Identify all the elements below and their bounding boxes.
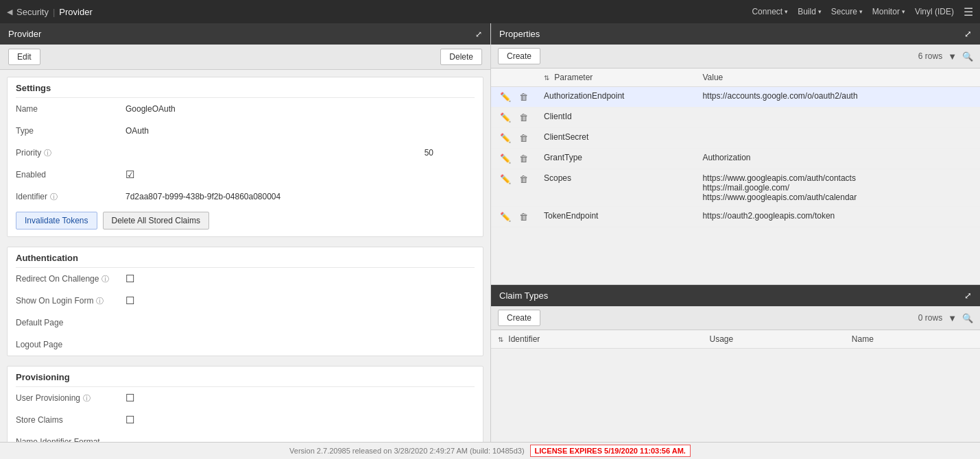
table-row[interactable]: ✏️ 🗑 GrantTypeAuthorization [491, 149, 980, 169]
field-identifier-label: Identifier ⓘ [16, 192, 126, 202]
value-cell [695, 128, 980, 149]
field-priority: Priority ⓘ 50 [8, 142, 483, 164]
provider-panel-title: Provider [8, 29, 41, 39]
invalidate-tokens-button[interactable]: Invalidate Tokens [16, 212, 97, 230]
claim-types-filter-icon[interactable]: ▼ [948, 313, 957, 323]
nav-secure[interactable]: Secure ▾ [831, 7, 863, 16]
delete-stored-claims-button[interactable]: Delete All Stored Claims [103, 212, 209, 230]
value-cell [695, 108, 980, 128]
parameter-cell: GrantType [537, 149, 695, 169]
edit-row-button[interactable]: ✏️ [498, 153, 513, 164]
parameter-cell: ClientSecret [537, 128, 695, 149]
provider-toolbar: Edit Delete [0, 45, 490, 70]
top-navigation: ◀ Security | Provider Connect ▾ Build ▾ … [0, 0, 980, 23]
store-claims-value: ☐ [126, 414, 475, 426]
table-row[interactable]: ✏️ 🗑 Scopeshttps://www.googleapis.com/au… [491, 169, 980, 207]
breadcrumb-security[interactable]: Security [16, 7, 49, 17]
authentication-title: Authentication [8, 247, 483, 267]
properties-search-icon[interactable]: 🔍 [962, 51, 973, 62]
parameter-sort-icon[interactable]: ⇅ [544, 74, 549, 82]
delete-row-button[interactable]: 🗑 [517, 153, 530, 164]
properties-table: ⇅ Parameter Value ✏️ 🗑 AuthorizationEndp… [491, 69, 980, 227]
redirect-on-challenge-checkbox[interactable]: ☐ [126, 273, 134, 284]
delete-button[interactable]: Delete [440, 49, 482, 65]
parameter-cell: ClientId [537, 108, 695, 128]
identifier-help-icon[interactable]: ⓘ [50, 192, 58, 202]
properties-expand-icon[interactable]: ⤢ [964, 29, 972, 39]
parameter-cell: TokenEndpoint [537, 207, 695, 227]
delete-row-button[interactable]: 🗑 [517, 91, 530, 103]
user-prov-help-icon[interactable]: ⓘ [83, 393, 91, 404]
properties-create-button[interactable]: Create [498, 48, 540, 64]
redirect-on-challenge-label: Redirect On Challenge ⓘ [16, 274, 126, 284]
edit-row-button[interactable]: ✏️ [498, 211, 513, 223]
edit-button[interactable]: Edit [8, 49, 40, 65]
provider-expand-icon[interactable]: ⤢ [475, 29, 482, 39]
breadcrumb-separator: | [53, 7, 55, 17]
value-cell: Authorization [695, 149, 980, 169]
properties-filter-icon[interactable]: ▼ [948, 51, 957, 62]
nav-items: Connect ▾ Build ▾ Secure ▾ Monitor ▾ Vin… [752, 5, 973, 18]
user-provisioning-checkbox[interactable]: ☐ [126, 392, 134, 404]
field-type-label: Type [16, 126, 126, 136]
claim-types-usage-col: Usage [702, 330, 844, 349]
table-row[interactable]: ✏️ 🗑 ClientId [491, 108, 980, 128]
user-provisioning-value: ☐ [126, 392, 475, 404]
field-user-provisioning: User Provisioning ⓘ ☐ [8, 387, 483, 409]
claim-types-row-count: 0 rows [918, 313, 942, 323]
field-name-identifier-format: Name Identifier Format [8, 431, 483, 442]
default-page-label: Default Page [16, 318, 126, 327]
claim-types-search-icon[interactable]: 🔍 [962, 313, 973, 323]
nav-connect[interactable]: Connect ▾ [752, 7, 788, 16]
table-row[interactable]: ✏️ 🗑 ClientSecret [491, 128, 980, 149]
delete-row-button[interactable]: 🗑 [517, 112, 530, 123]
edit-row-button[interactable]: ✏️ [498, 132, 513, 144]
edit-row-button[interactable]: ✏️ [498, 173, 513, 185]
nav-monitor[interactable]: Monitor ▾ [872, 7, 905, 16]
claim-types-toolbar: Create 0 rows ▼ 🔍 [491, 306, 980, 330]
properties-title: Properties [499, 29, 540, 39]
field-store-claims: Store Claims ☐ [8, 409, 483, 431]
row-actions: ✏️ 🗑 [491, 207, 537, 227]
identifier-sort-icon[interactable]: ⇅ [498, 336, 503, 343]
properties-parameter-col: ⇅ Parameter [537, 69, 695, 87]
user-provisioning-label: User Provisioning ⓘ [16, 393, 126, 404]
login-help-icon[interactable]: ⓘ [96, 296, 104, 306]
claim-types-toolbar-right: 0 rows ▼ 🔍 [918, 313, 973, 323]
field-name-value: GoogleOAuth [126, 104, 475, 114]
priority-help-icon[interactable]: ⓘ [44, 148, 51, 158]
delete-row-button[interactable]: 🗑 [517, 173, 530, 185]
nav-vinyl[interactable]: Vinyl (IDE) [915, 7, 954, 16]
field-type: Type OAuth [8, 120, 483, 142]
claim-types-table-container: ⇅ Identifier Usage Name [491, 330, 980, 442]
claim-types-create-button[interactable]: Create [498, 310, 540, 326]
redirect-help-icon[interactable]: ⓘ [101, 274, 109, 284]
edit-row-button[interactable]: ✏️ [498, 91, 513, 103]
right-panel: Properties ⤢ Create 6 rows ▼ 🔍 [490, 23, 980, 442]
delete-row-button[interactable]: 🗑 [517, 211, 530, 223]
store-claims-checkbox[interactable]: ☐ [126, 414, 134, 425]
claim-types-table: ⇅ Identifier Usage Name [491, 330, 980, 349]
row-actions: ✏️ 🗑 [491, 128, 537, 149]
show-on-login-checkbox[interactable]: ☐ [126, 295, 134, 306]
license-badge[interactable]: LICENSE EXPIRES 5/19/2020 11:03:56 AM. [530, 445, 691, 457]
properties-row-count: 6 rows [918, 51, 942, 61]
nav-build[interactable]: Build ▾ [798, 7, 822, 16]
enabled-checkbox[interactable]: ☑ [126, 169, 134, 180]
provider-body: Settings Name GoogleOAuth Type OAuth Pri… [0, 70, 490, 442]
back-icon[interactable]: ◀ [7, 8, 12, 16]
delete-row-button[interactable]: 🗑 [517, 132, 530, 144]
main-content: Provider ⤢ Edit Delete Settings Name Goo… [0, 23, 980, 442]
parameter-cell: Scopes [537, 169, 695, 207]
properties-section: Properties ⤢ Create 6 rows ▼ 🔍 [491, 23, 980, 284]
field-redirect-on-challenge: Redirect On Challenge ⓘ ☐ [8, 268, 483, 290]
table-row[interactable]: ✏️ 🗑 AuthorizationEndpointhttps://accoun… [491, 87, 980, 108]
field-identifier-value: 7d2aa807-b999-438b-9f2b-04860a080004 [126, 192, 475, 201]
hamburger-menu[interactable]: ☰ [964, 5, 973, 18]
claim-types-expand-icon[interactable]: ⤢ [964, 290, 972, 301]
table-row[interactable]: ✏️ 🗑 TokenEndpointhttps://oauth2.googlea… [491, 207, 980, 227]
edit-row-button[interactable]: ✏️ [498, 112, 513, 123]
field-name: Name GoogleOAuth [8, 98, 483, 120]
claim-types-section: Claim Types ⤢ Create 0 rows ▼ 🔍 ⇅ [491, 284, 980, 442]
field-identifier: Identifier ⓘ 7d2aa807-b999-438b-9f2b-048… [8, 186, 483, 208]
